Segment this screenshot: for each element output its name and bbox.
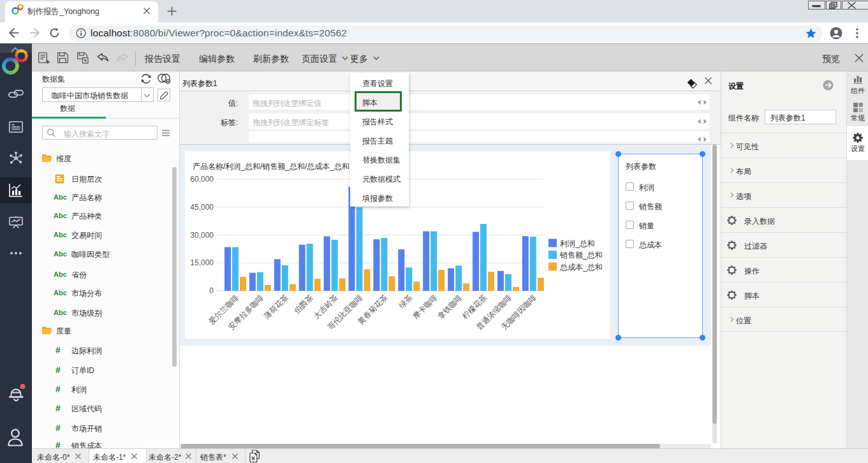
svg-text:利润_总和: 利润_总和 — [559, 239, 595, 248]
svg-text:15,000: 15,000 — [190, 258, 214, 267]
svg-text:总成本_总和: 总成本_总和 — [559, 263, 603, 272]
svg-text:销售额_总和: 销售额_总和 — [559, 251, 603, 260]
svg-text:0: 0 — [209, 286, 214, 295]
svg-text:30,000: 30,000 — [190, 231, 214, 240]
svg-text:产品名称/利润_总和/销售额_总和/总成本_总和: 产品名称/利润_总和/销售额_总和/总成本_总和 — [193, 162, 349, 171]
svg-text:45,000: 45,000 — [190, 203, 214, 212]
svg-text:60,000: 60,000 — [190, 175, 214, 184]
